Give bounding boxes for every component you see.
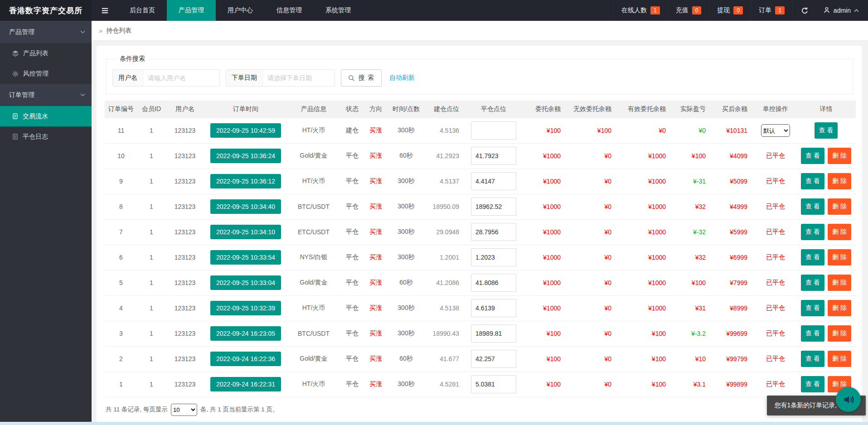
delete-button[interactable]: 删 除 [828, 148, 851, 164]
topbar-stat[interactable]: 充值0 [668, 0, 709, 21]
delete-button[interactable]: 删 除 [828, 198, 851, 215]
control-cell: 默认 [755, 118, 796, 143]
sound-notification-button[interactable] [836, 387, 861, 412]
delete-button[interactable]: 删 除 [828, 325, 851, 342]
hamburger-icon[interactable] [92, 0, 118, 21]
valid-entrust-balance: ¥0 [619, 118, 673, 143]
control-cell: 已平仓 [755, 169, 796, 194]
delete-button[interactable]: 删 除 [828, 224, 851, 240]
sidebar-item[interactable]: 交易流水 [0, 106, 92, 126]
valid-entrust-balance: ¥100 [619, 321, 673, 346]
topbar-menu-item[interactable]: 后台首页 [118, 0, 167, 21]
open-point: 4.5137 [425, 169, 466, 194]
control-cell: 已平仓 [755, 245, 796, 270]
table-row: 211231232022-09-24 16:22:36Gold/黄金平仓买涨60… [105, 346, 856, 372]
invalid-entrust-balance: ¥0 [568, 194, 619, 219]
open-point: 4.5138 [425, 295, 466, 321]
table-row: 611231232022-09-25 10:33:54NYS/白银平仓买涨300… [105, 245, 856, 270]
close-point-input[interactable] [471, 198, 516, 216]
close-point-input[interactable] [471, 299, 516, 317]
delete-button[interactable]: 删 除 [828, 351, 851, 367]
delete-button[interactable]: 删 除 [828, 173, 851, 189]
sidebar-item[interactable]: 平仓日志 [0, 126, 92, 147]
view-button[interactable]: 查 看 [801, 351, 824, 367]
app-logo: 香港数字资产交易所 [0, 0, 92, 21]
period: 300秒 [388, 295, 425, 321]
view-button[interactable]: 查 看 [801, 148, 824, 164]
topbar-stat[interactable]: 在线人数1 [613, 0, 668, 21]
username-label: admin [834, 7, 851, 14]
view-button[interactable]: 查 看 [801, 300, 824, 316]
close-point-input[interactable] [471, 375, 516, 393]
close-point-input[interactable] [471, 223, 516, 241]
status: 平仓 [340, 321, 364, 346]
view-button[interactable]: 查 看 [801, 198, 824, 215]
username-input[interactable] [143, 70, 219, 86]
order-time-badge: 2022-09-24 16:23:05 [204, 321, 287, 346]
order-time-badge: 2022-09-25 10:42:59 [204, 118, 287, 143]
page-size-select[interactable]: 10 [171, 404, 197, 416]
search-panel-legend: 条件搜索 [116, 55, 149, 63]
pagination-suffix: 条, 共 1 页当前显示第 1 页。 [200, 406, 279, 414]
status: 建仓 [340, 118, 364, 143]
topbar-menu-item[interactable]: 用户中心 [216, 0, 265, 21]
invalid-entrust-balance: ¥0 [568, 372, 619, 397]
delete-button[interactable]: 删 除 [828, 249, 851, 266]
entrust-balance: ¥1000 [521, 169, 568, 194]
product-info: HT/火币 [287, 118, 340, 143]
control-select[interactable]: 默认 [761, 124, 790, 137]
topbar-stats: 在线人数1充值0提现0订单1 [613, 0, 792, 21]
entrust-balance: ¥1000 [521, 245, 568, 270]
view-button[interactable]: 查 看 [801, 224, 824, 240]
detail-actions: 查 看删 除 [796, 321, 856, 346]
order-date-input[interactable] [263, 70, 335, 86]
search-button[interactable]: 搜 索 [341, 69, 382, 87]
control-status: 已平仓 [766, 329, 785, 337]
topbar-stat[interactable]: 提现0 [709, 0, 751, 21]
close-point-input[interactable] [471, 350, 516, 368]
detail-actions: 查 看删 除 [796, 270, 856, 295]
valid-entrust-balance: ¥1000 [619, 270, 673, 295]
invalid-entrust-balance: ¥100 [568, 118, 619, 143]
actual-profit: ¥3.1 [673, 372, 713, 397]
detail-actions: 查 看删 除 [796, 143, 856, 169]
member-id: 1 [137, 245, 165, 270]
open-point: 18990.43 [425, 321, 466, 346]
close-point-input[interactable] [471, 147, 516, 165]
auto-refresh-link[interactable]: 自动刷新 [389, 74, 415, 82]
breadcrumb-arrow: » [99, 27, 102, 34]
sidebar-group[interactable]: 产品管理 [0, 21, 92, 43]
order-time-badge: 2022-09-25 10:34:40 [210, 199, 281, 214]
close-point-input[interactable] [471, 324, 516, 343]
member-id: 1 [137, 219, 165, 245]
topbar-menu-item[interactable]: 信息管理 [265, 0, 314, 21]
view-button[interactable]: 查 看 [801, 173, 824, 189]
member-id: 1 [137, 295, 165, 321]
sidebar-group[interactable]: 订单管理 [0, 84, 92, 106]
topbar-menu-item[interactable]: 系统管理 [314, 0, 363, 21]
user-menu[interactable]: admin [817, 0, 868, 21]
topbar-menu-item[interactable]: 产品管理 [167, 0, 216, 21]
close-point-input[interactable] [471, 248, 516, 266]
sidebar-item[interactable]: 产品列表 [0, 43, 92, 63]
search-panel: 条件搜索 用户名 下单日期 搜 索 自动刷新 [106, 55, 853, 94]
actual-profit: ¥-32 [673, 219, 713, 245]
close-point-input[interactable] [471, 121, 516, 140]
refresh-button[interactable] [792, 0, 817, 21]
close-point-input[interactable] [471, 274, 516, 292]
horizontal-scrollbar[interactable] [0, 422, 868, 425]
close-point-input[interactable] [471, 172, 516, 190]
breadcrumb: » 持仓列表 [92, 21, 868, 41]
view-button[interactable]: 查 看 [801, 249, 824, 266]
delete-button[interactable]: 删 除 [828, 300, 851, 316]
topbar: 香港数字资产交易所 后台首页产品管理用户中心信息管理系统管理 在线人数1充值0提… [0, 0, 868, 21]
username: 123123 [165, 295, 204, 321]
view-button[interactable]: 查 看 [801, 376, 824, 392]
view-button[interactable]: 查 看 [801, 325, 824, 342]
column-header: 订单时间 [204, 101, 287, 118]
view-button[interactable]: 查 看 [815, 122, 838, 139]
view-button[interactable]: 查 看 [801, 275, 824, 291]
sidebar-item[interactable]: 风控管理 [0, 63, 92, 84]
delete-button[interactable]: 删 除 [828, 275, 851, 291]
topbar-stat[interactable]: 订单1 [751, 0, 792, 21]
